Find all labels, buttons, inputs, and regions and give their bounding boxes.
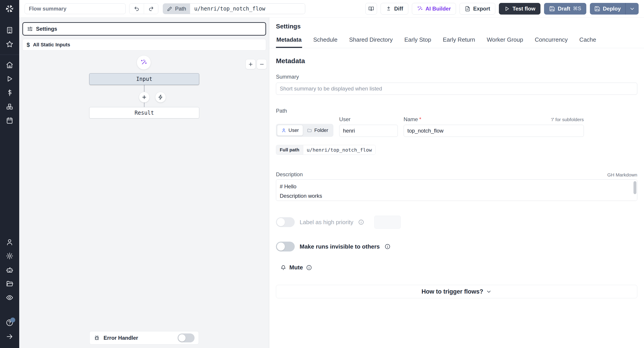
wand-sparkles-icon	[140, 59, 147, 66]
description-label: Description	[276, 171, 303, 178]
flow-settings-panel: Settings Metadata Schedule Shared Direct…	[269, 18, 644, 348]
undo-redo-group	[129, 3, 158, 14]
tab-shared-directory[interactable]: Shared Directory	[348, 35, 393, 48]
windmill-flow-editor: Path u/henri/top_notch_flow Diff AI Buil…	[0, 0, 644, 348]
bell-icon	[280, 265, 286, 271]
name-input[interactable]	[404, 125, 584, 137]
settings-tabs: Metadata Schedule Shared Directory Early…	[269, 35, 644, 48]
deploy-options-caret[interactable]	[626, 3, 639, 15]
tab-early-return[interactable]: Early Return	[442, 35, 476, 48]
export-button[interactable]: Export	[460, 3, 495, 15]
undo-button[interactable]	[130, 4, 144, 14]
redo-button[interactable]	[144, 4, 158, 14]
input-node[interactable]: Input	[89, 73, 199, 85]
full-path-value: u/henri/top_notch_flow	[303, 145, 376, 154]
flow-graph-panel: Settings $ All Static Inputs Input	[19, 18, 269, 348]
high-priority-toggle[interactable]	[276, 217, 295, 227]
mute-label[interactable]: Mute	[289, 264, 303, 271]
audit-eye-icon[interactable]	[0, 291, 19, 304]
high-priority-row: Label as high priority	[276, 216, 637, 229]
tab-schedule[interactable]: Schedule	[313, 35, 338, 48]
zoom-out-button[interactable]	[257, 59, 267, 69]
edit-path-button[interactable]: Path	[163, 4, 190, 14]
description-textarea[interactable]: # Hello Description works	[276, 179, 637, 201]
left-nav-rail	[0, 0, 19, 348]
zap-icon	[158, 94, 164, 100]
invisible-runs-toggle[interactable]	[276, 242, 295, 251]
settings-panel-title: Settings	[276, 23, 637, 30]
plus-icon	[248, 62, 253, 67]
tab-early-stop[interactable]: Early Stop	[404, 35, 432, 48]
info-icon[interactable]	[384, 244, 390, 249]
ai-wand-node-button[interactable]	[137, 55, 151, 70]
chevron-down-icon	[629, 6, 635, 12]
help-icon[interactable]	[0, 316, 19, 330]
error-handler-label: Error Handler	[104, 335, 174, 341]
settings-node-label: Settings	[36, 26, 57, 32]
add-trigger-button[interactable]	[155, 92, 166, 103]
tab-concurrency[interactable]: Concurrency	[534, 35, 568, 48]
owner-kind-toggle: User Folder	[276, 124, 334, 137]
error-handler-node[interactable]: Error Handler	[90, 331, 199, 344]
how-to-trigger-collapse[interactable]: How to trigger flows?	[276, 285, 637, 298]
tab-metadata[interactable]: Metadata	[276, 35, 302, 48]
owner-kind-user-button[interactable]: User	[277, 125, 303, 136]
zoom-in-button[interactable]	[246, 59, 256, 69]
full-path-badge: Full path	[276, 145, 303, 154]
description-scrollbar[interactable]	[634, 181, 636, 194]
runs-play-icon[interactable]	[0, 72, 19, 86]
invisible-runs-row: Make runs invisible to others	[276, 242, 637, 251]
pencil-icon	[167, 6, 172, 12]
windmill-logo-icon[interactable]	[0, 0, 19, 18]
summary-input[interactable]	[276, 83, 637, 95]
flow-summary-input[interactable]	[24, 3, 126, 14]
tab-worker-group[interactable]: Worker Group	[486, 35, 524, 48]
expand-rail-arrow-icon[interactable]	[0, 330, 19, 343]
deploy-split-button: Deploy	[590, 3, 639, 15]
tab-cache[interactable]: Cache	[579, 35, 596, 48]
draft-button[interactable]: Draft ⌘S	[544, 3, 586, 15]
ai-builder-button[interactable]: AI Builder	[412, 3, 456, 15]
editor-topbar: Path u/henri/top_notch_flow Diff AI Buil…	[19, 0, 644, 18]
path-button-label: Path	[175, 6, 186, 12]
workspace-building-icon[interactable]	[0, 23, 19, 37]
static-inputs-label: All Static Inputs	[33, 42, 70, 48]
all-static-inputs-node[interactable]: $ All Static Inputs	[22, 39, 266, 51]
description-field: # Hello Description works	[276, 179, 637, 202]
favorites-star-icon[interactable]	[0, 37, 19, 51]
owner-kind-folder-button[interactable]: Folder	[303, 125, 332, 136]
deploy-button[interactable]: Deploy	[590, 3, 625, 15]
schedules-calendar-icon[interactable]	[0, 113, 19, 127]
info-icon[interactable]	[306, 265, 312, 271]
folder-icon	[307, 128, 312, 133]
workers-bot-icon[interactable]	[0, 263, 19, 277]
result-node[interactable]: Result	[89, 107, 199, 118]
docs-book-button[interactable]	[366, 3, 377, 15]
notification-dot	[10, 317, 15, 322]
flow-path-control: Path u/henri/top_notch_flow	[163, 3, 305, 14]
folders-icon[interactable]	[0, 277, 19, 291]
priority-value-input	[374, 216, 401, 229]
high-priority-label: Label as high priority	[300, 219, 353, 226]
required-asterisk: *	[419, 116, 421, 122]
resources-boxes-icon[interactable]	[0, 100, 19, 113]
rail-divider	[0, 55, 19, 55]
settings-gear-icon[interactable]	[0, 249, 19, 263]
account-user-icon[interactable]	[0, 235, 19, 249]
home-icon[interactable]	[0, 58, 19, 72]
add-step-button[interactable]	[139, 92, 150, 103]
user-input[interactable]	[339, 125, 398, 137]
subfolders-hint: '/' for subfolders	[551, 117, 584, 122]
flow-settings-node[interactable]: Settings	[22, 22, 266, 36]
flow-path-value[interactable]: u/henri/top_notch_flow	[190, 4, 305, 14]
error-handler-toggle[interactable]	[178, 333, 194, 342]
path-row: User Folder User Na	[276, 116, 637, 137]
diff-button[interactable]: Diff	[380, 3, 408, 15]
save-icon	[549, 6, 555, 12]
path-section-label: Path	[276, 108, 637, 114]
summary-label: Summary	[276, 74, 637, 80]
variables-dollar-icon[interactable]	[0, 86, 19, 100]
info-icon[interactable]	[358, 219, 364, 225]
test-flow-button[interactable]: Test flow	[499, 3, 540, 15]
full-path-display: Full path u/henri/top_notch_flow	[276, 145, 376, 155]
